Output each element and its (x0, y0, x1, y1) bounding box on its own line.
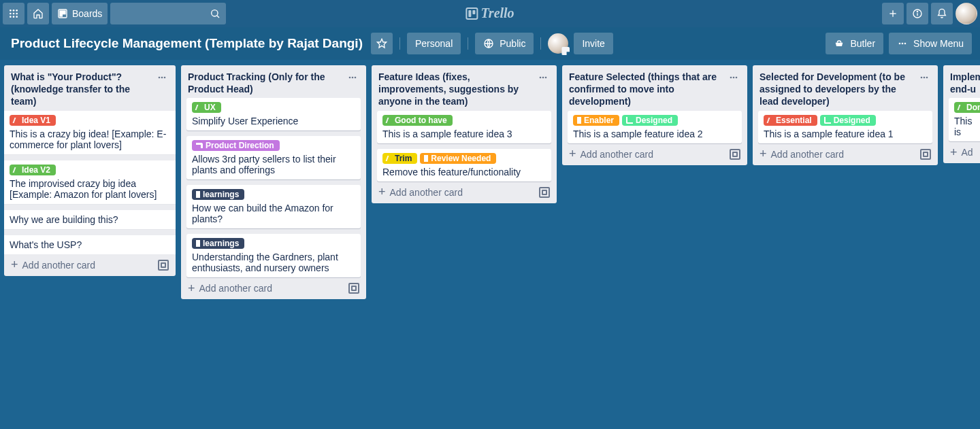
card[interactable]: Good to haveThis is a sample feature ide… (377, 111, 551, 143)
card-label[interactable]: Designed (622, 115, 678, 126)
notifications-button[interactable] (931, 3, 953, 24)
more-icon (728, 72, 739, 83)
invite-button[interactable]: Invite (574, 33, 612, 54)
divider (399, 37, 400, 50)
search-input[interactable] (110, 3, 226, 24)
svg-point-23 (904, 43, 906, 45)
list-menu-button[interactable] (917, 71, 931, 87)
visibility-button[interactable]: Public (475, 33, 534, 54)
info-button[interactable] (906, 3, 928, 24)
card-label[interactable]: Review Needed (420, 153, 496, 164)
card-label[interactable]: Idea V2 (10, 165, 56, 175)
card-text: Remove this feature/functionality (382, 167, 546, 177)
card-text: Understanding the Gardners, plant enthus… (192, 252, 355, 273)
template-icon[interactable] (158, 260, 169, 271)
list: Selected for Development (to be assigned… (753, 65, 938, 165)
svg-point-26 (164, 77, 166, 79)
card-label[interactable]: Product Direction (192, 140, 280, 151)
card[interactable]: EnablerDesignedThis is a sample feature … (568, 111, 742, 143)
card[interactable]: What's the USP? (4, 235, 176, 254)
add-card-button[interactable]: +Add another card (562, 143, 747, 165)
list-title[interactable]: Selected for Development (to be assigned… (760, 71, 917, 108)
card-label-text: Essential (776, 116, 812, 125)
card-label-text: Trim (395, 154, 412, 163)
svg-point-4 (13, 13, 15, 15)
create-button[interactable] (882, 3, 904, 24)
info-icon (912, 8, 923, 19)
board-canvas[interactable]: What is "Your Product"? (knowledge trans… (0, 60, 980, 429)
svg-point-33 (730, 77, 732, 79)
card[interactable]: Product DirectionAllows 3rd party seller… (186, 136, 361, 179)
butler-icon (834, 38, 845, 49)
card-label[interactable]: learnings (192, 238, 244, 249)
card-label[interactable]: learnings (192, 189, 244, 200)
card-label[interactable]: Don (954, 102, 980, 113)
add-card-button[interactable]: +Ad (943, 141, 980, 163)
list-menu-button[interactable] (727, 71, 740, 87)
card-label[interactable]: Good to have (382, 115, 453, 126)
card[interactable]: UXSimplify User Experience (186, 98, 361, 131)
list-menu-button[interactable] (536, 71, 550, 87)
butler-button[interactable]: Butler (826, 33, 883, 54)
boards-button[interactable]: Boards (52, 3, 108, 24)
card-label[interactable]: UX (192, 102, 221, 113)
user-avatar[interactable] (956, 3, 977, 24)
card[interactable]: learningsUnderstanding the Gardners, pla… (186, 234, 361, 277)
list: Implemented end-uDonThis is+Ad (943, 65, 980, 163)
card[interactable]: Idea V1This is a crazy big idea! [Exampl… (4, 111, 176, 155)
template-icon[interactable] (920, 149, 931, 160)
template-icon[interactable] (730, 149, 740, 160)
add-card-button[interactable]: +Add another card (181, 277, 366, 299)
list-menu-button[interactable] (155, 71, 169, 87)
svg-point-6 (10, 16, 12, 18)
star-button[interactable] (371, 33, 393, 54)
list-title[interactable]: What is "Your Product"? (knowledge trans… (11, 71, 155, 108)
add-card-label: Add another card (771, 149, 844, 160)
card[interactable]: EssentialDesignedThis is a sample featur… (758, 111, 932, 143)
svg-point-7 (13, 16, 15, 18)
card[interactable]: DonThis is (949, 98, 980, 141)
card-label-text: Designed (834, 116, 870, 125)
board-title[interactable]: Product Lifecycle Management (Template b… (8, 35, 365, 52)
apps-button[interactable] (3, 3, 24, 24)
svg-line-13 (217, 16, 219, 18)
card-text: This is a sample feature idea 2 (573, 128, 736, 139)
svg-rect-10 (60, 11, 62, 16)
card-label[interactable]: Designed (820, 115, 876, 126)
plus-icon: + (950, 149, 958, 156)
card[interactable]: Idea V2The improvised crazy big idea [Ex… (4, 160, 176, 205)
show-menu-label: Show Menu (913, 38, 964, 49)
template-icon[interactable] (539, 187, 550, 198)
list-title[interactable]: Feature Ideas (fixes, improvements, sugg… (378, 71, 536, 108)
more-icon (157, 72, 167, 83)
template-icon[interactable] (348, 283, 359, 294)
card-label-text: Review Needed (431, 154, 491, 163)
card-label[interactable]: Enabler (573, 115, 619, 126)
add-card-button[interactable]: +Add another card (753, 143, 938, 165)
card[interactable]: Why we are building this? (4, 210, 176, 230)
svg-point-12 (212, 10, 218, 16)
show-menu-button[interactable]: Show Menu (889, 33, 972, 54)
card-label-text: Product Direction (206, 141, 274, 150)
boards-label: Boards (72, 8, 102, 19)
svg-point-3 (10, 13, 12, 15)
plus-icon: + (569, 150, 576, 158)
add-card-button[interactable]: +Add another card (4, 254, 176, 276)
svg-rect-11 (63, 11, 65, 14)
card-label[interactable]: Trim (382, 153, 417, 164)
card[interactable]: learningsHow we can build the Amazon for… (186, 185, 361, 228)
home-button[interactable] (27, 3, 49, 24)
card-label[interactable]: Idea V1 (10, 115, 56, 126)
card-label[interactable]: Essential (764, 115, 817, 126)
workspace-button[interactable]: Personal (407, 33, 461, 54)
list: Product Tracking (Only for the Product H… (181, 65, 366, 299)
add-card-button[interactable]: +Add another card (372, 182, 557, 203)
card-text: This is a sample feature idea 1 (764, 128, 927, 139)
list-menu-button[interactable] (346, 71, 359, 87)
svg-point-28 (352, 77, 354, 79)
card[interactable]: TrimReview NeededRemove this feature/fun… (377, 149, 551, 182)
list-title[interactable]: Implemented end-u (950, 71, 980, 95)
list-title[interactable]: Feature Selected (things that are confir… (569, 71, 727, 108)
list-title[interactable]: Product Tracking (Only for the Product H… (188, 71, 346, 95)
board-member-avatar[interactable] (548, 33, 568, 54)
